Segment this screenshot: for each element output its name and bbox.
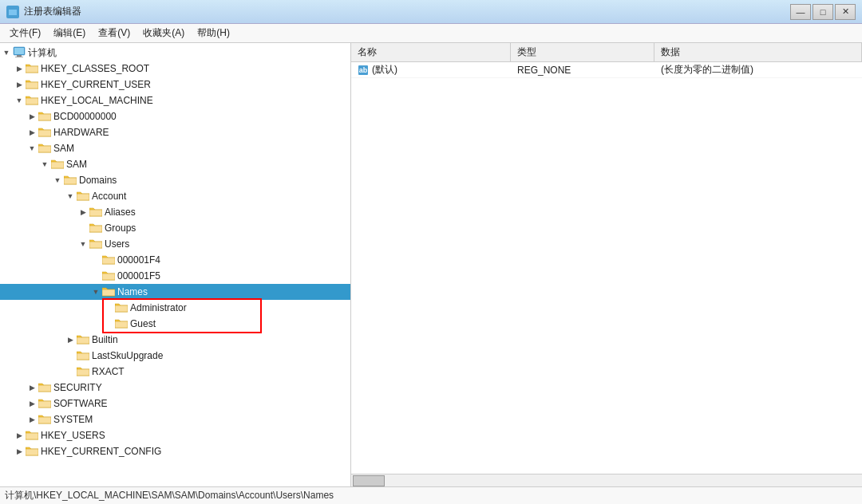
expand-icon[interactable]: ▶ — [13, 62, 26, 75]
expand-icon[interactable] — [89, 270, 102, 282]
svg-rect-4 — [14, 48, 24, 54]
tree-item-users[interactable]: ▼ Users — [0, 236, 350, 252]
tree-item-label: Groups — [105, 222, 136, 234]
folder-icon — [77, 349, 89, 363]
expand-icon[interactable]: ▼ — [51, 174, 64, 187]
svg-rect-1 — [9, 10, 17, 15]
expand-icon[interactable]: ▼ — [13, 94, 26, 107]
expand-icon[interactable]: ▶ — [64, 333, 77, 346]
expand-icon[interactable]: ▼ — [64, 190, 77, 203]
tree-item-samSam[interactable]: ▼ SAM — [0, 156, 350, 172]
tree-item-software[interactable]: ▶ SOFTWARE — [0, 396, 350, 411]
tree-item-label: 计算机 — [28, 46, 57, 60]
close-button[interactable]: ✕ — [835, 4, 856, 20]
svg-rect-5 — [17, 55, 22, 57]
tree-item-hkeyLocalMachine[interactable]: ▼ HKEY_LOCAL_MACHINE — [0, 93, 350, 108]
tree-item-label: Guest — [130, 318, 156, 329]
tree-item-label: 000001F4 — [117, 254, 160, 266]
tree-item-label: HARDWARE — [53, 127, 109, 138]
horizontal-scrollbar[interactable] — [351, 474, 862, 486]
tree-item-hkeyCurrentUser[interactable]: ▶ HKEY_CURRENT_USER — [0, 77, 350, 93]
tree-item-hkeyCurrentConfig[interactable]: ▶ HKEY_CURRENT_CONFIG — [0, 443, 350, 459]
tree-item-guest[interactable]: Guest — [0, 316, 350, 332]
folder-icon — [26, 94, 38, 108]
tree-item-account[interactable]: ▼ Account — [0, 188, 350, 204]
folder-icon — [77, 365, 89, 379]
expand-icon[interactable] — [102, 301, 115, 314]
expand-icon[interactable]: ▶ — [26, 110, 38, 123]
tree-item-label: HKEY_CURRENT_CONFIG — [41, 446, 161, 457]
cell-name: ab (默认) — [351, 63, 511, 77]
expand-icon[interactable] — [77, 222, 89, 234]
expand-icon[interactable] — [89, 254, 102, 266]
expand-icon[interactable] — [64, 349, 77, 362]
tree-item-sam[interactable]: ▼ SAM — [0, 140, 350, 156]
tree-item-security[interactable]: ▶ SECURITY — [0, 380, 350, 396]
tree-item-aliases[interactable]: ▶ Aliases — [0, 204, 350, 220]
expand-icon[interactable]: ▼ — [89, 285, 102, 298]
tree-item-groups[interactable]: Groups — [0, 220, 350, 236]
tree-item-rxact[interactable]: RXACT — [0, 364, 350, 380]
expand-icon[interactable]: ▶ — [26, 413, 38, 426]
folder-icon — [77, 333, 89, 347]
tree-item-label: LastSkuUpgrade — [92, 350, 163, 361]
tree-item-000001F4[interactable]: 000001F4 — [0, 252, 350, 268]
menu-item-v[interactable]: 查看(V) — [92, 25, 136, 41]
tree-item-lastSkuUpgrade[interactable]: LastSkuUpgrade — [0, 348, 350, 364]
tree-item-label: SECURITY — [53, 382, 102, 393]
menu-item-e[interactable]: 编辑(E) — [47, 25, 92, 41]
expand-icon[interactable] — [64, 365, 77, 378]
maximize-button[interactable]: □ — [813, 4, 833, 20]
tree-item-bcd[interactable]: ▶ BCD00000000 — [0, 108, 350, 124]
folder-icon — [38, 397, 51, 411]
table-row[interactable]: ab (默认)REG_NONE(长度为零的二进制值) — [351, 62, 862, 78]
menu-item-f[interactable]: 文件(F) — [3, 25, 47, 41]
tree-item-computer[interactable]: ▼ 计算机 — [0, 45, 350, 61]
expand-icon[interactable]: ▼ — [38, 158, 51, 171]
tree-item-label: Builtin — [92, 334, 118, 345]
expand-icon[interactable]: ▼ — [77, 238, 89, 250]
expand-icon[interactable]: ▶ — [13, 78, 26, 91]
title-bar: 注册表编辑器 — □ ✕ — [0, 0, 862, 24]
folder-icon — [38, 142, 51, 156]
minimize-button[interactable]: — — [790, 4, 811, 20]
tree-item-system[interactable]: ▶ SYSTEM — [0, 411, 350, 427]
window-controls: — □ ✕ — [790, 4, 856, 20]
tree-item-administrator[interactable]: Administrator — [0, 300, 350, 316]
expand-icon[interactable]: ▶ — [13, 445, 26, 458]
tree-panel[interactable]: ▼ 计算机▶ HKEY_CLASSES_ROOT▶ HKEY_CURRENT_U… — [0, 43, 351, 486]
expand-icon[interactable]: ▶ — [26, 381, 38, 394]
svg-rect-2 — [10, 7, 13, 10]
expand-icon[interactable]: ▶ — [77, 206, 89, 219]
expand-icon[interactable]: ▼ — [0, 46, 13, 59]
scroll-thumb[interactable] — [353, 475, 385, 486]
expand-icon[interactable]: ▶ — [26, 126, 38, 139]
tree-item-hkeyUsers[interactable]: ▶ HKEY_USERS — [0, 427, 350, 443]
tree-item-names[interactable]: ▼ Names — [0, 284, 350, 300]
tree-item-label: HKEY_USERS — [41, 430, 105, 441]
tree-item-label: SAM — [53, 143, 74, 154]
status-bar: 计算机\HKEY_LOCAL_MACHINE\SAM\SAM\Domains\A… — [0, 486, 862, 504]
expand-icon[interactable]: ▶ — [13, 429, 26, 442]
tree-item-builtin[interactable]: ▶ Builtin — [0, 332, 350, 348]
main-content: ▼ 计算机▶ HKEY_CLASSES_ROOT▶ HKEY_CURRENT_U… — [0, 43, 862, 486]
svg-rect-6 — [15, 57, 23, 57]
tree-item-hkeyClassesRoot[interactable]: ▶ HKEY_CLASSES_ROOT — [0, 61, 350, 77]
cell-data: (长度为零的二进制值) — [654, 63, 862, 77]
tree-item-label: 000001F5 — [117, 270, 160, 282]
expand-icon[interactable]: ▶ — [26, 397, 38, 410]
tree-item-hardware[interactable]: ▶ HARDWARE — [0, 124, 350, 140]
folder-icon — [115, 317, 128, 331]
folder-icon — [89, 206, 102, 219]
tree-item-000001F5[interactable]: 000001F5 — [0, 268, 350, 284]
tree-item-label: BCD00000000 — [53, 111, 117, 122]
tree-item-domains[interactable]: ▼ Domains — [0, 172, 350, 188]
folder-icon — [26, 78, 38, 92]
folder-icon — [77, 190, 89, 203]
col-header-data: 数据 — [654, 43, 862, 61]
menu-item-h[interactable]: 帮助(H) — [191, 25, 236, 41]
menu-item-a[interactable]: 收藏夹(A) — [136, 25, 191, 41]
tree-item-label: Aliases — [105, 207, 136, 218]
expand-icon[interactable]: ▼ — [26, 142, 38, 155]
expand-icon[interactable] — [102, 317, 115, 330]
